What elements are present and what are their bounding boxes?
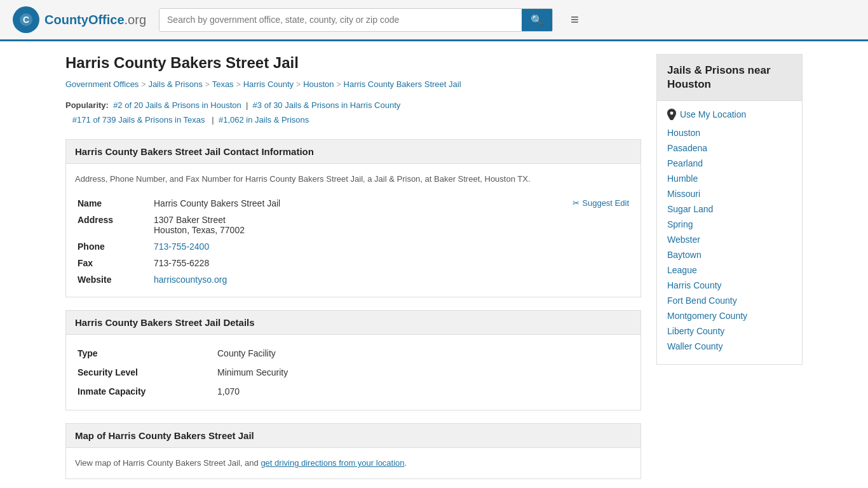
- list-item: Houston: [667, 128, 792, 138]
- sidebar-link-baytown[interactable]: Baytown: [667, 250, 702, 260]
- sidebar-link-pearland[interactable]: Pearland: [667, 158, 703, 168]
- breadcrumb-sep-5: >: [337, 80, 341, 89]
- list-item: Sugar Land: [667, 204, 792, 214]
- sidebar-links-list: Houston Pasadena Pearland Humble Missour…: [667, 128, 792, 351]
- use-my-location-button[interactable]: Use My Location: [667, 109, 792, 120]
- popularity-rank2[interactable]: #3 of 30 Jails & Prisons in Harris Count…: [253, 100, 401, 110]
- table-row: Fax 713-755-6228: [75, 255, 632, 271]
- list-item: League: [667, 265, 792, 275]
- popularity-rank4[interactable]: #1,062 in Jails & Prisons: [219, 115, 309, 125]
- type-label: Type: [75, 344, 215, 363]
- sidebar-content: Use My Location Houston Pasadena Pearlan…: [656, 101, 803, 365]
- list-item: Humble: [667, 173, 792, 184]
- fax-value: 713-755-6228: [151, 255, 632, 271]
- website-label: Website: [75, 271, 151, 288]
- type-value: County Facility: [215, 344, 632, 363]
- popularity-rank3[interactable]: #171 of 739 Jails & Prisons in Texas: [72, 115, 205, 125]
- capacity-label: Inmate Capacity: [75, 382, 215, 401]
- search-button[interactable]: 🔍: [522, 9, 552, 31]
- contact-section-header: Harris County Bakers Street Jail Contact…: [65, 139, 641, 164]
- sidebar-link-harris-county[interactable]: Harris County: [667, 280, 722, 290]
- table-row: Inmate Capacity 1,070: [75, 382, 632, 401]
- suggest-edit-icon: ✂: [573, 198, 580, 208]
- menu-button[interactable]: ≡: [571, 11, 579, 28]
- website-value: harriscountyso.org: [151, 271, 632, 288]
- breadcrumb-houston[interactable]: Houston: [303, 79, 334, 89]
- table-row: Website harriscountyso.org: [75, 271, 632, 288]
- breadcrumb: Government Offices > Jails & Prisons > T…: [65, 79, 641, 89]
- logo-icon: C: [13, 6, 39, 33]
- sidebar-link-waller-county[interactable]: Waller County: [667, 341, 722, 351]
- list-item: Fort Bend County: [667, 295, 792, 306]
- capacity-value: 1,070: [215, 382, 632, 401]
- map-section-header: Map of Harris County Bakers Street Jail: [65, 423, 641, 448]
- table-row: Phone 713-755-2400: [75, 238, 632, 255]
- sidebar-link-sugar-land[interactable]: Sugar Land: [667, 204, 713, 214]
- logo-link[interactable]: C CountyOffice.org: [13, 6, 146, 33]
- details-section: Harris County Bakers Street Jail Details…: [65, 310, 641, 410]
- logo-text: CountyOffice.org: [44, 13, 146, 27]
- website-link[interactable]: harriscountyso.org: [154, 274, 227, 285]
- sidebar-link-fort-bend-county[interactable]: Fort Bend County: [667, 295, 737, 306]
- contact-section: Harris County Bakers Street Jail Contact…: [65, 139, 641, 298]
- phone-label: Phone: [75, 238, 151, 255]
- sidebar-link-missouri[interactable]: Missouri: [667, 189, 700, 199]
- directions-link[interactable]: get driving directions from your locatio…: [261, 458, 404, 468]
- list-item: Pasadena: [667, 143, 792, 153]
- list-item: Webster: [667, 234, 792, 245]
- pop-divider-2: |: [212, 115, 214, 125]
- sidebar-link-montgomery-county[interactable]: Montgomery County: [667, 311, 747, 321]
- menu-icon: ≡: [571, 11, 579, 27]
- address-label: Address: [75, 212, 151, 238]
- details-section-body: Type County Facility Security Level Mini…: [65, 335, 641, 410]
- contact-section-body: Address, Phone Number, and Fax Number fo…: [65, 164, 641, 298]
- pop-divider-1: |: [246, 100, 248, 110]
- search-bar: 🔍: [159, 8, 553, 32]
- breadcrumb-texas[interactable]: Texas: [212, 79, 234, 89]
- breadcrumb-jails-prisons[interactable]: Jails & Prisons: [148, 79, 202, 89]
- list-item: Missouri: [667, 189, 792, 199]
- security-label: Security Level: [75, 363, 215, 382]
- search-input[interactable]: [159, 10, 522, 30]
- popularity-section: Popularity: #2 of 20 Jails & Prisons in …: [65, 98, 641, 128]
- breadcrumb-current[interactable]: Harris County Bakers Street Jail: [344, 79, 461, 89]
- sidebar-link-spring[interactable]: Spring: [667, 219, 693, 229]
- map-section: Map of Harris County Bakers Street Jail …: [65, 423, 641, 479]
- sidebar-link-humble[interactable]: Humble: [667, 173, 698, 184]
- sidebar-link-liberty-county[interactable]: Liberty County: [667, 326, 724, 336]
- list-item: Liberty County: [667, 326, 792, 336]
- list-item: Montgomery County: [667, 311, 792, 321]
- breadcrumb-harris-county[interactable]: Harris County: [243, 79, 294, 89]
- name-value: Harris County Bakers Street Jail ✂ Sugge…: [151, 195, 632, 212]
- breadcrumb-sep-3: >: [236, 80, 241, 89]
- list-item: Pearland: [667, 158, 792, 168]
- use-my-location-label: Use My Location: [680, 109, 746, 119]
- contact-description: Address, Phone Number, and Fax Number fo…: [75, 173, 632, 186]
- list-item: Spring: [667, 219, 792, 229]
- sidebar-header: Jails & Prisons near Houston: [656, 54, 803, 101]
- sidebar-link-pasadena[interactable]: Pasadena: [667, 143, 707, 153]
- suggest-edit-link[interactable]: ✂ Suggest Edit: [573, 198, 629, 208]
- name-label: Name: [75, 195, 151, 212]
- popularity-rank1[interactable]: #2 of 20 Jails & Prisons in Houston: [113, 100, 241, 110]
- sidebar-link-houston[interactable]: Houston: [667, 128, 700, 138]
- list-item: Harris County: [667, 280, 792, 290]
- details-section-header: Harris County Bakers Street Jail Details: [65, 310, 641, 335]
- contact-table: Name Harris County Bakers Street Jail ✂ …: [75, 195, 632, 288]
- list-item: Waller County: [667, 341, 792, 351]
- table-row: Name Harris County Bakers Street Jail ✂ …: [75, 195, 632, 212]
- sidebar-link-league[interactable]: League: [667, 265, 697, 275]
- sidebar-link-webster[interactable]: Webster: [667, 234, 700, 245]
- breadcrumb-government-offices[interactable]: Government Offices: [65, 79, 139, 89]
- svg-text:C: C: [23, 15, 29, 25]
- phone-link[interactable]: 713-755-2400: [154, 241, 209, 252]
- map-description: View map of Harris County Bakers Street …: [75, 457, 632, 470]
- main-container: Harris County Bakers Street Jail Governm…: [53, 41, 815, 488]
- table-row: Type County Facility: [75, 344, 632, 363]
- location-pin-icon: [667, 109, 676, 120]
- popularity-label: Popularity:: [65, 100, 109, 110]
- content-area: Harris County Bakers Street Jail Governm…: [65, 54, 641, 488]
- security-value: Minimum Security: [215, 363, 632, 382]
- table-row: Security Level Minimum Security: [75, 363, 632, 382]
- table-row: Address 1307 Baker Street Houston, Texas…: [75, 212, 632, 238]
